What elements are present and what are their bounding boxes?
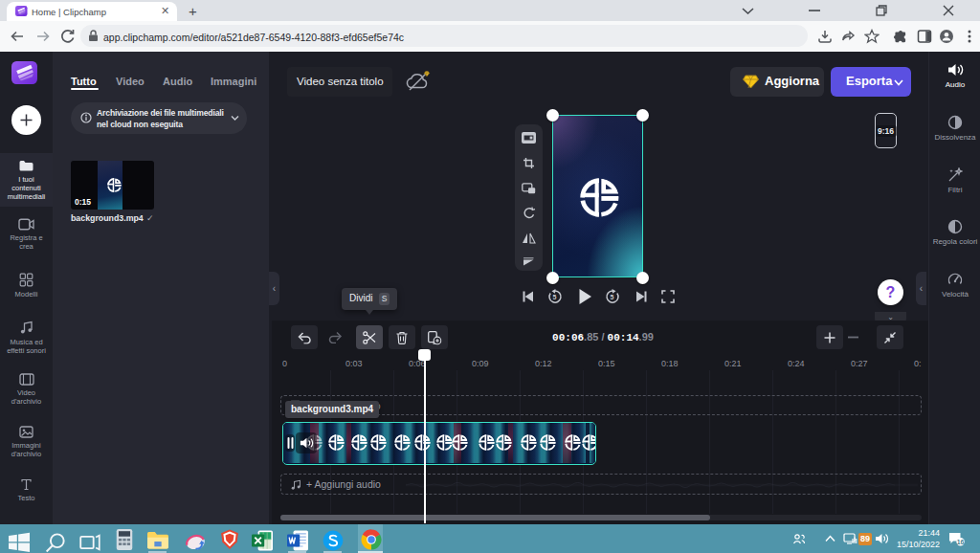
- svg-text:5: 5: [611, 294, 614, 300]
- svg-text:5: 5: [553, 294, 557, 300]
- svg-text:16: 16: [957, 539, 965, 545]
